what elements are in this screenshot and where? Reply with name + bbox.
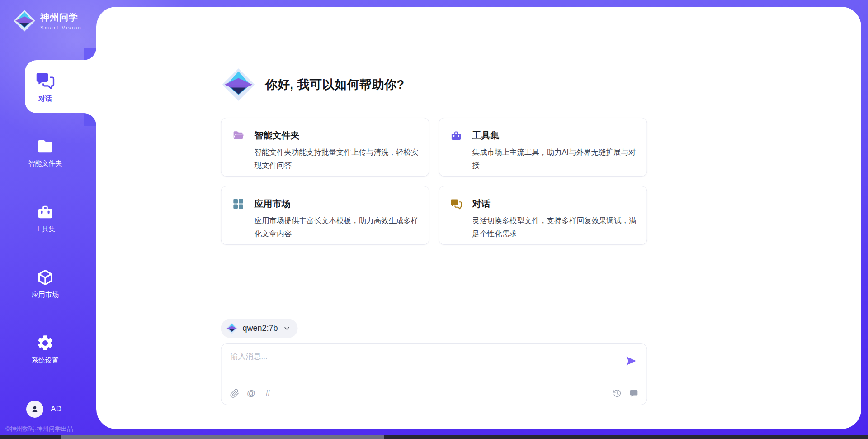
main-content: 你好, 我可以如何帮助你? 智能文件夹 智能文件夹功能支持批量文件上传与清洗，轻… [221,0,647,439]
sidebar-item-smart-folder[interactable]: 智能文件夹 [0,126,90,179]
card-description: 集成市场上主流工具，助力AI与外界无缝扩展与对接 [472,146,637,172]
assistant-logo-icon [221,67,256,102]
model-logo-icon [226,322,238,334]
tab-corner-bottom [84,113,96,126]
send-icon [625,355,637,367]
send-button[interactable] [625,355,637,367]
card-toolset[interactable]: 工具集 集成市场上主流工具，助力AI与外界无缝扩展与对接 [439,118,647,177]
card-description: 灵活切换多模型文件，支持多样回复效果调试，满足个性化需求 [472,214,637,240]
folder-open-icon [232,129,245,142]
brand-logo-icon [13,9,36,33]
sidebar-item-chat[interactable]: 对话 [0,60,90,113]
card-description: 智能文件夹功能支持批量文件上传与清洗，轻松实现文件问答 [255,146,419,172]
feature-cards: 智能文件夹 智能文件夹功能支持批量文件上传与清洗，轻松实现文件问答 工具集 集成… [221,118,647,245]
person-icon [30,404,40,414]
sidebar-item-app-market[interactable]: 应用市场 [0,257,90,310]
cube-icon [36,268,54,286]
model-selector[interactable]: qwen2:7b [221,319,298,338]
brand-subtitle: Smart Vision [40,25,82,30]
model-selector-row: qwen2:7b [221,319,647,338]
card-description: 应用市场提供丰富长文本模板，助力高效生成多样化文章内容 [255,214,419,240]
brand-name: 神州问学 [40,11,82,24]
card-app-market[interactable]: 应用市场 应用市场提供丰富长文本模板，助力高效生成多样化文章内容 [221,186,429,245]
sidebar-item-label: 工具集 [35,225,56,234]
card-chat[interactable]: 对话 灵活切换多模型文件，支持多样回复效果调试，满足个性化需求 [439,186,647,245]
sidebar-item-label: 对话 [38,95,52,103]
horizontal-scrollbar[interactable] [0,435,868,439]
card-title: 智能文件夹 [255,129,419,142]
history-button[interactable] [612,388,622,398]
chat-bubble-icon [629,389,638,398]
toolbox-icon [36,203,54,221]
sidebar-nav: 对话 智能文件夹 工具集 [0,60,90,388]
model-name: qwen2:7b [243,324,278,333]
user-name: AD [51,405,62,414]
toolbox-icon [450,129,462,142]
app-grid-icon [232,198,245,210]
composer: @ # [221,343,647,405]
copyright: ©神州数码·神州问学出品 [5,425,73,433]
chat-icon [450,198,462,210]
card-smart-folder[interactable]: 智能文件夹 智能文件夹功能支持批量文件上传与清洗，轻松实现文件问答 [221,118,429,177]
sidebar-item-label: 智能文件夹 [28,159,62,168]
chevron-down-icon [283,325,291,332]
scrollbar-thumb[interactable] [61,435,384,439]
attach-button[interactable] [230,388,240,398]
card-title: 应用市场 [255,198,419,210]
topic-button[interactable]: # [263,388,273,398]
user-profile[interactable]: AD [26,401,62,418]
card-title: 对话 [472,198,637,210]
greeting: 你好, 我可以如何帮助你? [221,67,647,102]
paperclip-icon [230,389,239,398]
tab-corner-top [84,48,96,60]
avatar [26,401,43,418]
sidebar-item-toolset[interactable]: 工具集 [0,191,90,244]
sidebar: 神州问学 Smart Vision 对话 智能文件夹 [0,0,96,439]
history-icon [612,389,622,398]
brand: 神州问学 Smart Vision [13,9,82,33]
sidebar-item-label: 系统设置 [32,356,59,365]
composer-toolbar: @ # [222,382,647,405]
hash-icon: # [265,388,270,398]
chat-icon [35,71,55,91]
gear-icon [36,334,54,352]
mention-button[interactable]: @ [246,388,256,398]
folder-icon [36,137,54,155]
sidebar-item-label: 应用市场 [32,291,59,299]
card-title: 工具集 [472,129,637,142]
sidebar-item-settings[interactable]: 系统设置 [0,323,90,376]
greeting-title: 你好, 我可以如何帮助你? [265,76,405,93]
message-input[interactable] [231,351,613,377]
feedback-button[interactable] [629,388,639,398]
at-icon: @ [247,388,255,398]
